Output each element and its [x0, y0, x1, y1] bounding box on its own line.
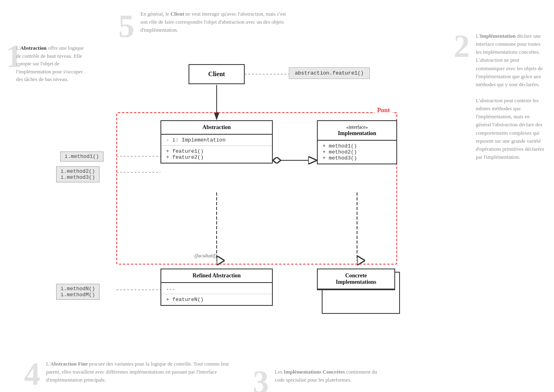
annotation-1: 1 L'Abstraction offre une logique de con…	[8, 40, 88, 83]
annotation-2-text-b: L'abstraction peut contenir les mêmes mé…	[454, 97, 546, 161]
annotation-5-text: En général, le Client ne veut interagir …	[118, 10, 291, 34]
refined-method: + featureN()	[161, 294, 272, 305]
client-box: Client	[189, 64, 245, 84]
annotation-1-text: L'Abstraction offre une logique de contr…	[8, 44, 88, 83]
refined-abstraction-class: Refined Abstraction ... + featureN()	[160, 269, 273, 306]
side-note-methodNM: i.methodN()i.methodM()	[56, 284, 99, 300]
implementation-class: «interface» Implementation + method1()+ …	[317, 120, 397, 164]
impl-stereotype: «interface»	[324, 124, 390, 130]
annotation-4: 4 L'Abstraction Fine procure des variant…	[24, 360, 233, 384]
side-note-method23: i.method2()i.method3()	[56, 166, 99, 182]
refined-header: Refined Abstraction	[161, 269, 272, 283]
refined-field: ...	[161, 283, 272, 294]
note-feature1: abstraction.feature1()	[289, 67, 370, 79]
annotation-3: 3 Les Implémentations Concrètes contienn…	[253, 368, 381, 384]
facultatif-label: (facultatif)	[195, 253, 217, 259]
concrete-impl-class: ConcreteImplementations	[317, 269, 395, 290]
page-container: 1 L'Abstraction offre une logique de con…	[0, 0, 554, 392]
annotation-5: 5 En général, le Client ne veut interagi…	[118, 10, 291, 34]
side-note-method1: i.method1()	[60, 152, 103, 162]
abstraction-header: Abstraction	[161, 121, 272, 135]
abstraction-methods: + feature1()+ feature2()	[161, 146, 272, 163]
abstraction-field: - i: Implementation	[161, 135, 272, 146]
annotation-3-text: Les Implémentations Concrètes contiennen…	[253, 368, 381, 384]
bridge-label: Pont	[375, 107, 392, 114]
impl-methods: + method1()+ method2()+ method3()	[318, 141, 396, 164]
concrete-header: ConcreteImplementations	[318, 269, 394, 289]
abstraction-class: Abstraction - i: Implementation + featur…	[160, 120, 273, 164]
impl-header: Implementation	[324, 130, 390, 137]
diagram-area: Pont Client abstraction.feature1() Abstr…	[92, 64, 413, 353]
implementation-header: «interface» Implementation	[318, 121, 396, 141]
annotation-4-text: L'Abstraction Fine procure des variantes…	[24, 360, 233, 384]
annotation-2: 2 L'Implémentation déclare une interface…	[454, 32, 546, 161]
